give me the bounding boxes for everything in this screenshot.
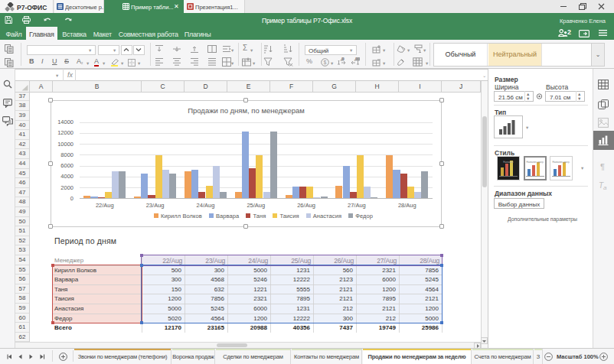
svg-text:.00: .00 (354, 57, 360, 61)
svg-text:a: a (603, 184, 607, 190)
svg-text:Название: Название (503, 161, 514, 164)
svg-text:.0: .0 (341, 57, 344, 61)
svg-text:Название диагр.: Название диагр. (553, 161, 570, 164)
svg-text:$: $ (324, 60, 327, 65)
svg-text:Название диагр.: Название диагр. (527, 161, 544, 164)
